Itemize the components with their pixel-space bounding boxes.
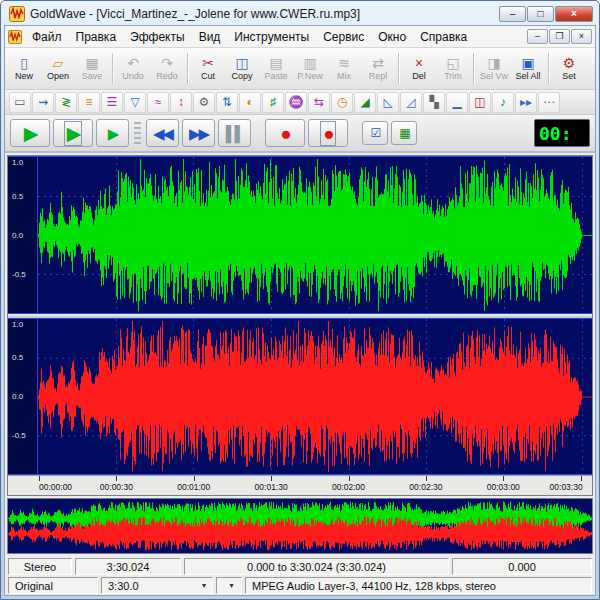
- overview-waveform[interactable]: [8, 499, 592, 553]
- record-button[interactable]: ●: [265, 119, 305, 147]
- menu-item-2[interactable]: Правка: [69, 27, 124, 47]
- goldwave-window: GoldWave - [Vicci_Martinez_-_Jolene for …: [0, 0, 600, 600]
- offset-icon: ⇅: [222, 95, 232, 109]
- maximize-button[interactable]: □: [527, 6, 554, 22]
- equalizer-button[interactable]: ☰: [101, 92, 123, 113]
- visual-properties-button[interactable]: ▦: [391, 121, 417, 145]
- replace-icon: ⇄: [372, 56, 384, 70]
- time-label: 00:00:00: [39, 482, 72, 492]
- menu-item-4[interactable]: Вид: [192, 27, 228, 47]
- cut-icon: ✂: [202, 56, 214, 70]
- play-custom-button[interactable]: ▶: [96, 119, 129, 147]
- menu-item-5[interactable]: Инструменты: [227, 27, 316, 47]
- effects-toolbar: ▭⇝≷≡☰▽≈↕⚙⇅◐♯♒⇆◷◢◺◿▚▁◫♪▸▸⋯: [5, 90, 595, 115]
- set-button[interactable]: ⚙Set: [552, 49, 586, 88]
- menu-item-6[interactable]: Сервис: [316, 27, 371, 47]
- trim-label: Trim: [444, 71, 462, 81]
- marker-style-icon: ▭: [14, 95, 25, 109]
- menu-item-8[interactable]: Справка: [413, 27, 474, 47]
- time-label: 00:02:30: [409, 482, 442, 492]
- minimize-button[interactable]: –: [499, 6, 526, 22]
- play-selection-button[interactable]: ▶: [53, 119, 93, 147]
- open-icon: ▱: [53, 56, 64, 70]
- volume-button[interactable]: ◢: [354, 92, 376, 113]
- dynamics-button[interactable]: ≷: [55, 92, 77, 113]
- fast-forward-icon: ▶▶: [189, 126, 208, 141]
- mechanize-button[interactable]: ⚙: [193, 92, 215, 113]
- new-button[interactable]: ▯New: [7, 49, 41, 88]
- fade-out-button[interactable]: ◿: [400, 92, 422, 113]
- mdi-close-button[interactable]: ×: [571, 29, 592, 44]
- doppler-icon: ⇝: [38, 95, 48, 109]
- record-stop-button[interactable]: ●: [308, 119, 348, 147]
- goldwave-logo-icon: [9, 6, 25, 22]
- pan-button[interactable]: ◐: [239, 92, 261, 113]
- preset-combo[interactable]: ▾: [216, 577, 242, 594]
- flanger-button[interactable]: ≈: [147, 92, 169, 113]
- fade-in-button[interactable]: ◺: [377, 92, 399, 113]
- menu-item-1[interactable]: Файл: [25, 27, 69, 47]
- play-custom-icon: ▶: [108, 126, 118, 141]
- menu-item-7[interactable]: Окно: [371, 27, 413, 47]
- mdi-minimize-button[interactable]: –: [527, 29, 548, 44]
- time-warp-button[interactable]: ◷: [331, 92, 353, 113]
- chevron-down-icon: ▾: [197, 581, 206, 590]
- fast-forward-button[interactable]: ▶▶: [182, 119, 215, 147]
- left-channel-waveform[interactable]: [38, 157, 592, 313]
- select-view-label: Sel Vw: [480, 71, 508, 81]
- silence-button[interactable]: ▁: [446, 92, 468, 113]
- delete-button[interactable]: ×Del: [402, 49, 436, 88]
- monitor-toggle-button[interactable]: ☑: [362, 121, 388, 145]
- cursor-status: 0.000: [452, 558, 592, 575]
- copy-button[interactable]: ◫Copy: [225, 49, 259, 88]
- stereo-tool-icon: ◫: [474, 95, 485, 109]
- select-all-button[interactable]: ▣Sel All: [511, 49, 545, 88]
- play-button[interactable]: ▶: [10, 119, 50, 147]
- amp-label: 1.0: [12, 158, 23, 167]
- transport-toolbar: ▶▶▶◀◀▶▶▌▌●●☑▦ 00:: [5, 115, 595, 153]
- reverb-button[interactable]: ♒: [285, 92, 307, 113]
- time-tick: [503, 476, 504, 481]
- client-area: ФайлПравкаЭффектыВидИнструментыСервисОкн…: [4, 25, 596, 596]
- play-selection-icon: ▶: [67, 124, 80, 143]
- interpolate-button[interactable]: ⋯: [538, 92, 560, 113]
- time-axis: 00:00:0000:00:3000:01:0000:01:3000:02:00…: [8, 475, 592, 495]
- voice-over-button[interactable]: ♪: [492, 92, 514, 113]
- cut-button[interactable]: ✂Cut: [191, 49, 225, 88]
- set-label: Set: [562, 71, 576, 81]
- status-bar-bottom: Original 3:30.0 ▾ ▾ MPEG Audio Layer-3, …: [5, 576, 595, 595]
- select-all-icon: ▣: [521, 56, 534, 70]
- pan-icon: ◐: [246, 95, 253, 109]
- mix-label: Mix: [337, 71, 351, 81]
- echo-icon: ≡: [85, 95, 92, 109]
- new-label: New: [15, 71, 33, 81]
- left-amplitude-axis: 1.0 0.5 0.0 -0.5: [8, 157, 38, 313]
- amp-label: 1.0: [12, 319, 23, 328]
- marker-style-button[interactable]: ▭: [9, 92, 31, 113]
- mdi-restore-button[interactable]: ❐: [549, 29, 570, 44]
- zoom-preset-combo[interactable]: 3:30.0 ▾: [101, 577, 213, 594]
- equalizer-icon: ☰: [107, 95, 118, 109]
- echo-button[interactable]: ≡: [78, 92, 100, 113]
- offset-button[interactable]: ⇅: [216, 92, 238, 113]
- amp-label: -0.5: [12, 431, 26, 440]
- interpolate-icon: ⋯: [543, 95, 555, 109]
- window-controls: – □ ×: [499, 6, 593, 22]
- reverse-button[interactable]: ⇆: [308, 92, 330, 113]
- pause-button[interactable]: ▌▌: [218, 119, 251, 147]
- doppler-button[interactable]: ⇝: [32, 92, 54, 113]
- open-button[interactable]: ▱Open: [41, 49, 75, 88]
- stereo-tool-button[interactable]: ◫: [469, 92, 491, 113]
- pitch-button[interactable]: ♯: [262, 92, 284, 113]
- toolbar-group: ↶Undo↷Redo: [116, 49, 184, 88]
- right-channel-waveform[interactable]: [38, 319, 592, 475]
- invert-button[interactable]: ↕: [170, 92, 192, 113]
- filter-button[interactable]: ▽: [124, 92, 146, 113]
- noise-reduction-button[interactable]: ▚: [423, 92, 445, 113]
- visual-properties-icon: ▦: [399, 127, 408, 139]
- playback-rate-button[interactable]: ▸▸: [515, 92, 537, 113]
- menu-item-3[interactable]: Эффекты: [123, 27, 192, 47]
- rewind-button[interactable]: ◀◀: [146, 119, 179, 147]
- close-button[interactable]: ×: [555, 6, 593, 22]
- pause-icon: ▌▌: [226, 126, 243, 141]
